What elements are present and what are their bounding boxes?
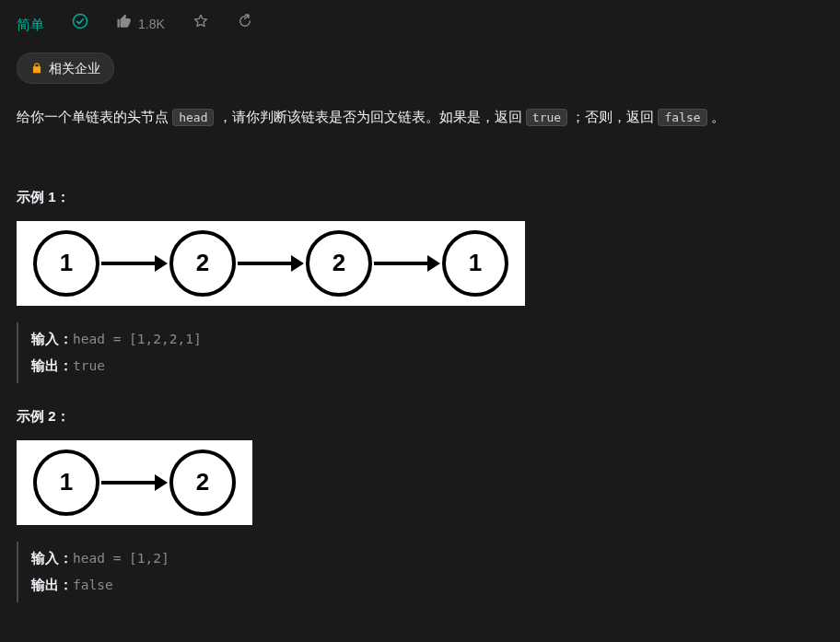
list-node: 2 [169, 449, 236, 516]
input-value: head = [1,2,2,1] [73, 332, 202, 346]
difficulty-badge: 简单 [17, 14, 44, 36]
thumbs-up-icon [116, 13, 133, 36]
code-false: false [658, 109, 706, 126]
favorite-button[interactable] [192, 13, 209, 36]
arrow-icon [101, 474, 168, 491]
likes-count: 1.8K [138, 14, 165, 34]
input-label: 输入： [31, 332, 73, 346]
star-icon [192, 13, 209, 36]
arrow-icon [101, 255, 168, 272]
list-node: 1 [33, 449, 99, 516]
likes-button[interactable]: 1.8K [116, 13, 165, 36]
arrow-icon [374, 255, 440, 272]
output-value: false [73, 578, 113, 592]
code-true: true [526, 109, 567, 126]
example-block: 示例 1：1221输入：head = [1,2,2,1]输出：true [17, 186, 823, 383]
input-label: 输入： [31, 551, 73, 566]
desc-text: 。 [707, 109, 725, 124]
check-circle-icon [72, 13, 88, 36]
desc-text: ，请你判断该链表是否为回文链表。如果是，返回 [214, 109, 525, 124]
linked-list-diagram: 1221 [17, 221, 525, 306]
list-node: 2 [169, 230, 236, 297]
example-title: 示例 1： [17, 186, 823, 208]
share-icon [237, 13, 253, 36]
output-label: 输出： [31, 358, 73, 373]
problem-description: 给你一个单链表的头节点 head ，请你判断该链表是否为回文链表。如果是，返回 … [17, 104, 823, 131]
example-io: 输入：head = [1,2]输出：false [17, 542, 823, 602]
related-companies-button[interactable]: 相关企业 [17, 53, 114, 84]
output-value: true [73, 358, 105, 373]
linked-list-diagram: 12 [17, 440, 252, 525]
output-label: 输出： [31, 578, 73, 592]
code-head: head [172, 109, 214, 126]
list-node: 2 [306, 230, 372, 297]
list-node: 1 [442, 230, 508, 297]
example-title: 示例 2： [17, 405, 823, 427]
list-node: 1 [33, 230, 99, 297]
example-block: 示例 2：12输入：head = [1,2]输出：false [17, 405, 823, 602]
arrow-icon [238, 255, 304, 272]
share-button[interactable] [237, 13, 253, 36]
input-value: head = [1,2] [73, 551, 169, 566]
related-companies-label: 相关企业 [49, 58, 100, 78]
example-io: 输入：head = [1,2,2,1]输出：true [17, 322, 823, 383]
desc-text: 给你一个单链表的头节点 [17, 109, 172, 124]
problem-header: 简单 1.8K [17, 13, 823, 36]
desc-text: ；否则，返回 [567, 109, 658, 124]
lock-icon [30, 62, 43, 75]
solved-status[interactable] [72, 13, 88, 36]
